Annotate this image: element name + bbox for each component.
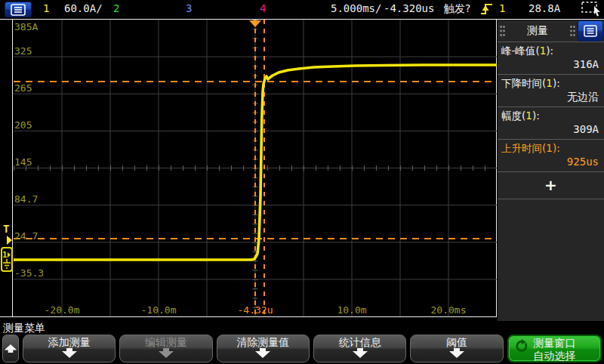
trigger-position-marker[interactable]: [249, 20, 261, 27]
up-arrow-icon: [3, 344, 18, 353]
x-axis-label: 20.0ms: [422, 304, 475, 316]
main-menu-button[interactable]: [5, 2, 32, 17]
waveform-display: 385A 325 265 205 145 84.7 24.7 -35.3 -20…: [12, 20, 497, 317]
channel-marker-number: 1: [2, 250, 8, 260]
measurement-label: 下降时间(1):: [501, 77, 600, 90]
drag-grip-icon[interactable]: [499, 25, 506, 37]
softkey-label: 编辑测量: [145, 336, 187, 349]
channel-1-scale[interactable]: 60.0A/: [64, 2, 103, 14]
measurement-value: 925us: [501, 155, 600, 168]
panel-header: 测量: [498, 20, 604, 42]
down-arrow-icon: [157, 348, 175, 358]
x-axis-label: -10.0m: [132, 304, 185, 316]
hamburger-menu-icon: [11, 4, 26, 16]
trigger-source-badge[interactable]: 1: [499, 2, 505, 14]
trigger-status[interactable]: 触发?: [444, 2, 470, 16]
y-axis-label: 24.7: [14, 230, 38, 242]
softkey-add-measurement[interactable]: 添加测量: [23, 335, 116, 362]
measurement-item-rise-time[interactable]: 上升时间(1): 925us: [498, 140, 604, 172]
hamburger-menu-icon: [584, 25, 597, 37]
softkey-measurement-window-auto[interactable]: 测量窗口 自动选择: [507, 335, 602, 362]
softkey-clear-measurements[interactable]: 清除测量值: [217, 335, 310, 362]
panel-title: 测量: [507, 24, 568, 38]
down-arrow-icon: [351, 348, 369, 358]
softkey-statistics[interactable]: 统计信息: [313, 335, 406, 362]
measurement-label: 上升时间(1):: [501, 142, 600, 155]
drag-grip-icon[interactable]: [569, 25, 576, 37]
x-axis-label: 10.0m: [325, 304, 378, 316]
grid-bottom-border: [0, 316, 497, 317]
channel-1-badge[interactable]: 1: [43, 2, 49, 14]
measurement-item-peak-to-peak[interactable]: 峰-峰值(1): 316A: [498, 42, 604, 75]
softkey-menu-bar: 测量菜单 添加测量 编辑测量 清除测量值 统计信息: [0, 321, 604, 364]
softkey-label: 阈值: [446, 336, 467, 349]
measurement-value: 316A: [501, 57, 600, 71]
trigger-level-arrow-icon[interactable]: [7, 236, 12, 245]
y-axis-label: 265: [14, 82, 32, 94]
softkey-label-line2: 自动选择: [533, 350, 575, 362]
panel-menu-button[interactable]: [578, 20, 603, 42]
menu-back-button[interactable]: [2, 335, 19, 362]
softkey-label: 添加测量: [48, 336, 91, 349]
measurement-item-amplitude[interactable]: 幅度(1): 309A: [498, 107, 604, 140]
trigger-time-label: -4.32u: [229, 304, 282, 316]
channel-4-badge[interactable]: 4: [260, 2, 266, 14]
measurement-value: 309A: [501, 122, 600, 136]
down-arrow-icon: [60, 348, 79, 358]
y-axis-label: -35.3: [14, 267, 44, 279]
y-axis-label: 84.7: [14, 193, 38, 205]
softkey-label: 清除测量值: [236, 336, 289, 349]
measurement-label: 幅度(1):: [501, 110, 600, 122]
down-arrow-icon: [448, 348, 466, 358]
status-bar: 1 60.0A/ 2 3 4 5.000ms/ -4.320us 触发? 1 2…: [0, 0, 604, 19]
softkey-label-line1: 测量窗口: [533, 337, 575, 350]
channel-1-ground-icon: 1: [2, 249, 11, 270]
trigger-level-readout[interactable]: 28.8A: [528, 2, 560, 14]
rising-edge-trigger-icon[interactable]: [481, 2, 493, 16]
y-axis-label: 325: [14, 45, 32, 57]
measurement-label: 峰-峰值(1):: [501, 45, 600, 57]
measurement-item-fall-time[interactable]: 下降时间(1): 无边沿: [498, 75, 604, 107]
softkey-row: 添加测量 编辑测量 清除测量值 统计信息 阈值: [2, 335, 602, 362]
delay-readout[interactable]: -4.320us: [384, 2, 434, 14]
softkey-edit-measurement[interactable]: 编辑测量: [119, 335, 212, 362]
oscilloscope-screen: 1 60.0A/ 2 3 4 5.000ms/ -4.320us 触发? 1 2…: [0, 0, 604, 364]
softkey-label: 统计信息: [339, 336, 381, 349]
channel-1-ground-marker[interactable]: 1: [1, 247, 13, 272]
x-axis-label: -20.0m: [35, 304, 88, 316]
measurement-value: 无边沿: [501, 90, 600, 103]
menu-title: 测量菜单: [3, 322, 45, 335]
trigger-level-marker[interactable]: T: [3, 223, 9, 235]
selection-cursor-icon[interactable]: [581, 2, 602, 17]
channel-3-badge[interactable]: 3: [186, 2, 192, 14]
y-axis-label: 145: [14, 156, 32, 168]
timebase-readout[interactable]: 5.000ms/: [331, 2, 381, 14]
softkey-thresholds[interactable]: 阈值: [410, 335, 503, 362]
cycle-arrow-icon: [513, 339, 527, 353]
y-axis-label: 205: [14, 119, 32, 131]
measurements-panel: 测量 峰-峰值(1): 316A 下降时间(1): 无边沿: [498, 20, 604, 321]
down-arrow-icon: [254, 348, 272, 358]
add-measurement-button[interactable]: +: [498, 172, 604, 199]
y-axis-label: 385A: [14, 21, 38, 32]
graticule-svg: [14, 20, 497, 316]
channel-2-badge[interactable]: 2: [113, 2, 119, 14]
